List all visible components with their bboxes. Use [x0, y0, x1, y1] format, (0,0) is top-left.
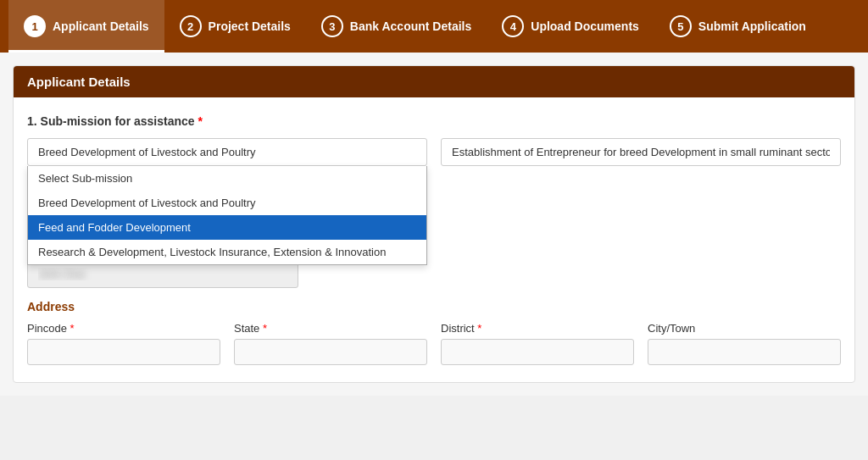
sub-mission-second-select[interactable]: Establishment of Entrepreneur for breed … [441, 138, 841, 166]
state-label: State * [234, 322, 427, 335]
step-4-number: 4 [502, 15, 524, 37]
sub-mission-second-wrap: Establishment of Entrepreneur for breed … [441, 138, 841, 166]
step-3-bank-account[interactable]: 3 Bank Account Details [306, 0, 487, 53]
section-body: 1. Sub-mission for assistance * Select S… [14, 97, 854, 382]
sub-mission-row: Select Sub-mission Breed Development of … [27, 138, 841, 166]
pincode-label: Pincode * [27, 322, 220, 335]
address-section: Address Pincode * State [27, 300, 841, 365]
step-1-label: Applicant Details [53, 19, 149, 33]
state-field: State * [234, 322, 427, 365]
dropdown-item-feed[interactable]: Feed and Fodder Development [28, 215, 426, 240]
address-fields-row: Pincode * State * [27, 322, 841, 365]
section-header: Applicant Details [14, 66, 854, 97]
step-1-number: 1 [24, 15, 46, 37]
district-label: District * [441, 322, 634, 335]
step-5-label: Submit Application [698, 19, 806, 33]
dropdown-item-breed[interactable]: Breed Development of Livestock and Poult… [28, 191, 426, 215]
district-field: District * [441, 322, 634, 365]
address-title: Address [27, 300, 841, 313]
step-2-label: Project Details [209, 19, 291, 33]
step-5-number: 5 [670, 15, 692, 37]
sub-mission-dropdown-wrap: Select Sub-mission Breed Development of … [27, 138, 427, 166]
step-5-submit-application[interactable]: 5 Submit Application [654, 0, 821, 53]
step-4-upload-documents[interactable]: 4 Upload Documents [487, 0, 654, 53]
step-4-label: Upload Documents [531, 19, 639, 33]
city-label: City/Town [648, 322, 841, 335]
top-navigation: 1 Applicant Details 2 Project Details 3 … [0, 0, 868, 53]
pincode-input[interactable] [27, 339, 220, 365]
city-input[interactable] [648, 339, 841, 365]
city-field: City/Town [648, 322, 841, 365]
step-3-label: Bank Account Details [350, 19, 471, 33]
state-input[interactable] [234, 339, 427, 365]
applicant-details-card: Applicant Details 1. Sub-mission for ass… [13, 65, 855, 383]
step-3-number: 3 [321, 15, 343, 37]
step-2-number: 2 [180, 15, 202, 37]
dropdown-item-research[interactable]: Research & Development, Livestock Insura… [28, 240, 426, 264]
sub-mission-select[interactable]: Select Sub-mission Breed Development of … [27, 138, 427, 166]
district-input[interactable] [441, 339, 634, 365]
main-content: Applicant Details 1. Sub-mission for ass… [0, 53, 868, 396]
step-1-applicant-details[interactable]: 1 Applicant Details [8, 0, 164, 53]
dropdown-item-select[interactable]: Select Sub-mission [28, 166, 426, 191]
sub-mission-label: 1. Sub-mission for assistance * [27, 114, 841, 128]
spacer [439, 173, 841, 201]
pincode-field: Pincode * [27, 322, 220, 365]
step-2-project-details[interactable]: 2 Project Details [164, 0, 306, 53]
sub-mission-dropdown-menu: Select Sub-mission Breed Development of … [27, 166, 427, 265]
